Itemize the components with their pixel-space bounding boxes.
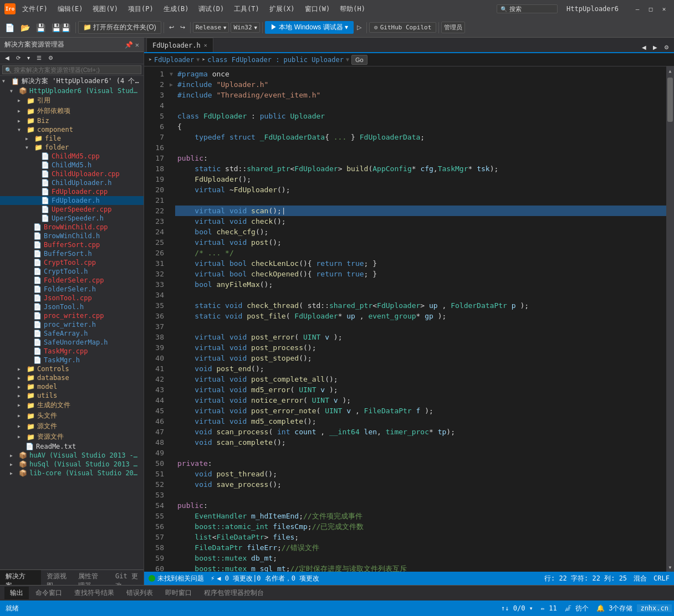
tree-item-9[interactable]: 📄ChildMd5.h: [0, 161, 144, 170]
se-sync-btn[interactable]: ⟳: [13, 53, 23, 63]
tab-settings-btn[interactable]: ⚙: [661, 43, 672, 52]
tree-item-4[interactable]: ▶📁Biz: [0, 116, 144, 125]
se-search-input[interactable]: [14, 66, 139, 73]
tree-item-30[interactable]: 📄TaskMgr.cpp: [0, 347, 144, 356]
tree-item-23[interactable]: 📄FolderSeler.h: [0, 285, 144, 294]
se-pin-btn[interactable]: 📌: [125, 41, 133, 49]
tree-item-2[interactable]: ▶📁引用: [0, 95, 144, 106]
panel-tab-find[interactable]: 查找符号结果: [69, 587, 120, 599]
tree-item-37[interactable]: ▶📁头文件: [0, 410, 144, 421]
tree-item-11[interactable]: 📄ChildUploader.h: [0, 178, 144, 187]
tree-item-32[interactable]: ▶📁Controls: [0, 365, 144, 373]
panel-tab-errors[interactable]: 错误列表: [121, 587, 159, 599]
menu-debug[interactable]: 调试(D): [194, 3, 228, 15]
menu-project[interactable]: 项目(P): [124, 3, 158, 15]
platform-dropdown[interactable]: Win32 ▼: [231, 22, 260, 33]
admin-btn[interactable]: 管理员: [441, 22, 465, 33]
panel-tab-packages[interactable]: 程序包管理器控制台: [198, 587, 269, 599]
tab-scroll-right[interactable]: ▶: [650, 43, 660, 52]
open-btn[interactable]: 📂: [18, 22, 33, 34]
tree-item-31[interactable]: 📄TaskMgr.h: [0, 356, 144, 365]
breadcrumb-class[interactable]: class FdUploader : public Uploader: [207, 56, 344, 64]
step-btn[interactable]: ▷: [354, 22, 364, 33]
tab-close-btn[interactable]: ✕: [204, 42, 207, 48]
status-edit-count[interactable]: ✏ 11: [538, 604, 560, 612]
tree-item-36[interactable]: ▶📁生成的文件: [0, 400, 144, 410]
tree-item-10[interactable]: 📄ChildUploader.cpp: [0, 170, 144, 178]
tree-item-19[interactable]: 📄BufferSort.h: [0, 249, 144, 258]
close-button[interactable]: ✕: [658, 3, 670, 14]
minimize-button[interactable]: —: [632, 3, 643, 14]
tree-item-27[interactable]: 📄proc_writer.h: [0, 320, 144, 329]
status-git-sync[interactable]: ↑↓ 0/0 ▾: [498, 604, 537, 612]
tree-item-17[interactable]: 📄BrowWinChild.h: [0, 232, 144, 240]
se-tab-git[interactable]: Git 更改: [110, 570, 144, 585]
tree-item-28[interactable]: 📄SafeArray.h: [0, 329, 144, 338]
menu-help[interactable]: 帮助(H): [335, 3, 370, 15]
tree-item-33[interactable]: ▶📁database: [0, 373, 144, 382]
breadcrumb-ns[interactable]: FdUploader: [154, 56, 194, 64]
se-props-btn[interactable]: ⚙: [45, 53, 56, 63]
tree-item-0[interactable]: ▼📋解决方案 'HttpUploader6' (4 个项目，共: [0, 76, 144, 86]
tree-item-12[interactable]: 📄FdUploader.cpp: [0, 187, 144, 196]
menu-file[interactable]: 文件(F): [18, 3, 52, 15]
se-filter-btn[interactable]: ▾: [24, 53, 33, 63]
scrollbar-thumb[interactable]: [667, 78, 673, 122]
se-tab-props[interactable]: 属性管理器: [73, 570, 110, 585]
tree-item-14[interactable]: 📄UperSpeeder.cpp: [0, 205, 144, 214]
run-btn[interactable]: ▶ 本地 Windows 调试器 ▾: [265, 21, 354, 34]
se-tab-resources[interactable]: 资源视图: [41, 570, 73, 585]
tree-item-41[interactable]: ▶📦huAV (Visual Studio 2013 - Window: [0, 451, 144, 460]
se-close-btn[interactable]: ✕: [135, 41, 139, 49]
tree-item-43[interactable]: ▶📦lib-core (Visual Studio 2013 - Windo: [0, 469, 144, 478]
se-tab-solution[interactable]: 解决方案...: [0, 570, 41, 585]
menu-tools[interactable]: 工具(T): [229, 3, 264, 15]
breadcrumb-go-btn[interactable]: Go: [351, 55, 367, 65]
tree-item-39[interactable]: ▶📁资源文件: [0, 432, 144, 442]
tree-item-1[interactable]: ▼📦HttpUploader6 (Visual Studio 2013): [0, 86, 144, 95]
new-project-btn[interactable]: 📄: [2, 22, 17, 34]
panel-tab-immediate[interactable]: 即时窗口: [160, 587, 197, 599]
tree-item-7[interactable]: ▼📁folder: [0, 143, 144, 152]
config-dropdown[interactable]: Release ▼: [193, 22, 229, 33]
global-search[interactable]: [509, 6, 554, 12]
tree-item-40[interactable]: 📄ReadMe.txt: [0, 442, 144, 451]
tree-item-24[interactable]: 📄JsonTool.cpp: [0, 294, 144, 302]
tree-item-13[interactable]: 📄FdUploader.h: [0, 196, 144, 205]
editor-scrollbar[interactable]: ▲ ▼: [666, 66, 674, 572]
tree-item-21[interactable]: 📄CryptTool.h: [0, 267, 144, 276]
tree-item-20[interactable]: 📄CryptTool.cpp: [0, 258, 144, 267]
tree-item-25[interactable]: 📄JsonTool.h: [0, 302, 144, 311]
tree-item-18[interactable]: 📄BufferSort.cpp: [0, 240, 144, 249]
tree-item-34[interactable]: ▶📁model: [0, 382, 144, 391]
tree-item-42[interactable]: ▶📦huSql (Visual Studio 2013 - Window: [0, 460, 144, 469]
status-ready[interactable]: 就绪: [2, 604, 22, 613]
panel-tab-command[interactable]: 命令窗口: [30, 587, 68, 599]
tree-item-22[interactable]: 📄FolderSeler.cpp: [0, 276, 144, 285]
tab-fduploader-h[interactable]: FdUploader.h ✕: [146, 38, 213, 52]
status-repo[interactable]: ㎌ 彷个: [561, 604, 592, 613]
tree-item-6[interactable]: ▶📁file: [0, 134, 144, 143]
scroll-bottom-arrow[interactable]: ▼: [666, 563, 674, 572]
save-btn[interactable]: 💾: [33, 22, 48, 34]
menu-edit[interactable]: 编辑(E): [53, 3, 88, 15]
maximize-button[interactable]: □: [645, 3, 656, 14]
redo-btn[interactable]: ↪: [177, 22, 188, 33]
menu-view[interactable]: 视图(V): [88, 3, 122, 15]
tree-item-16[interactable]: 📄BrowWinChild.cpp: [0, 223, 144, 232]
open-folder-btn[interactable]: 📁 打开所在的文件夹(O): [78, 21, 161, 34]
tree-item-26[interactable]: 📄proc_writer.cpp: [0, 311, 144, 320]
menu-window[interactable]: 窗口(W): [300, 3, 335, 15]
tree-item-35[interactable]: ▶📁utils: [0, 391, 144, 400]
tree-item-8[interactable]: 📄ChildMd5.cpp: [0, 152, 144, 161]
tree-item-38[interactable]: ▶📁源文件: [0, 421, 144, 432]
code-content[interactable]: #pragma once #include "Uploader.h" #incl…: [175, 66, 666, 572]
tree-item-3[interactable]: ▶📁外部依赖项: [0, 106, 144, 116]
menu-build[interactable]: 生成(B): [159, 3, 193, 15]
tree-item-15[interactable]: 📄UperSpeeder.h: [0, 214, 144, 223]
undo-btn[interactable]: ↩: [166, 22, 177, 33]
tab-scroll-left[interactable]: ◀: [639, 43, 649, 52]
se-back-btn[interactable]: ◀: [2, 53, 12, 63]
status-notifications[interactable]: 🔔 3个存储: [593, 604, 636, 613]
tree-item-5[interactable]: ▼📁component: [0, 125, 144, 134]
